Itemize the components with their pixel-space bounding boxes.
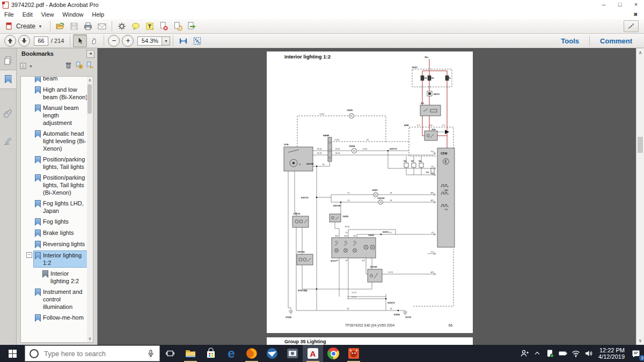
- taskbar-app-firefox[interactable]: [241, 345, 262, 362]
- bookmark-item[interactable]: −Interior lighting 1:2: [21, 250, 91, 268]
- new-bookmark-button[interactable]: [75, 61, 83, 71]
- task-view-button[interactable]: [160, 345, 180, 362]
- menu-view[interactable]: View: [37, 11, 58, 18]
- taskbar-app-acrobat[interactable]: A: [303, 345, 323, 362]
- bookmark-label: Fog lights LHD, Japan: [43, 200, 89, 215]
- scroll-up-icon[interactable]: ∧: [87, 78, 93, 83]
- toolbar-expand-button[interactable]: [624, 20, 639, 32]
- tools-button[interactable]: Tools: [553, 37, 587, 45]
- menu-file[interactable]: File: [0, 11, 18, 18]
- zoom-dropdown-button[interactable]: ▼: [162, 36, 170, 46]
- wifi-icon[interactable]: [569, 345, 582, 362]
- battery-icon[interactable]: [557, 345, 569, 362]
- print-button[interactable]: [81, 20, 95, 33]
- start-button[interactable]: [0, 345, 25, 362]
- bookmark-item[interactable]: High and low beam (Bi-Xenon): [21, 84, 91, 102]
- hand-tool-button[interactable]: [87, 34, 101, 47]
- bookmark-item[interactable]: Interior lighting 2:2: [21, 268, 91, 286]
- collapse-toggle-icon[interactable]: −: [26, 252, 32, 258]
- taskbar-clock[interactable]: 12:22 PM 4/12/2019: [595, 347, 628, 360]
- delete-bookmark-button[interactable]: [64, 61, 72, 71]
- diagram-label: OG: [389, 232, 391, 234]
- bookmark-item[interactable]: Position/parking lights, Tail lights (Bi…: [21, 172, 91, 198]
- save-button[interactable]: [67, 20, 81, 33]
- diagram-label: D:3: [431, 232, 434, 234]
- taskbar-app-chrome[interactable]: [323, 345, 343, 362]
- bookmarks-scrollbar[interactable]: ∧ ∨: [87, 76, 93, 343]
- full-screen-button[interactable]: [190, 34, 204, 47]
- bookmark-item[interactable]: Fog lights: [21, 216, 91, 227]
- bookmark-options-button[interactable]: ▼: [20, 62, 33, 70]
- create-button[interactable]: Create ▼: [2, 20, 47, 32]
- bookmark-item[interactable]: Follow-me-hom: [21, 312, 91, 323]
- attachments-tab[interactable]: [0, 104, 16, 122]
- taskbar-app-edge[interactable]: e: [221, 345, 241, 362]
- maximize-button[interactable]: □: [612, 0, 628, 10]
- hand-icon: [90, 36, 98, 45]
- security-icon[interactable]: [544, 345, 557, 362]
- tray-expand-chevron-icon[interactable]: [531, 345, 544, 362]
- toolbar-close-icon[interactable]: ✖: [629, 12, 642, 17]
- scroll-down-icon[interactable]: ∨: [87, 336, 93, 341]
- menu-edit[interactable]: Edit: [18, 11, 37, 18]
- comment-button[interactable]: [129, 20, 143, 33]
- page-thumbnails-tab[interactable]: [0, 51, 16, 70]
- scrollbar-thumb[interactable]: [87, 84, 92, 114]
- taskbar-app-capture[interactable]: [282, 345, 303, 362]
- bookmark-item[interactable]: Instrument and control illumination: [21, 286, 91, 312]
- menu-window[interactable]: Window: [58, 11, 87, 18]
- scrolling-mode-button[interactable]: [176, 34, 190, 47]
- action-center-button[interactable]: 3: [628, 345, 644, 362]
- bookmark-item[interactable]: Position/parking lights, Tail lights: [21, 154, 91, 172]
- taskbar-search[interactable]: [25, 345, 160, 361]
- select-tool-button[interactable]: [73, 34, 87, 47]
- page-number-input[interactable]: [34, 36, 48, 46]
- taskbar-app-file-explorer[interactable]: [180, 345, 201, 362]
- bookmark-goto-button[interactable]: [85, 61, 94, 71]
- zoom-in-button[interactable]: +: [122, 35, 134, 47]
- delete-pages-button[interactable]: [157, 20, 171, 33]
- search-input[interactable]: [43, 349, 142, 358]
- bookmark-label: Interior lighting 1:2: [43, 252, 89, 267]
- close-button[interactable]: ×: [628, 0, 644, 10]
- zoom-out-button[interactable]: −: [108, 35, 120, 47]
- open-button[interactable]: [53, 20, 67, 33]
- zoom-level-field[interactable]: 54.3%: [137, 36, 162, 46]
- diagram-label: 2/99: [431, 129, 435, 131]
- highlight-button[interactable]: [143, 20, 157, 33]
- next-page-button[interactable]: [18, 35, 30, 47]
- settings-button[interactable]: [115, 20, 129, 33]
- bookmark-item[interactable]: Reversing lights: [21, 239, 91, 250]
- diagram-label: A:11: [362, 260, 365, 262]
- bookmarks-tab[interactable]: [0, 70, 16, 89]
- scroll-up-icon[interactable]: ∧: [636, 50, 644, 55]
- taskbar-app-thunderbird[interactable]: [262, 345, 282, 362]
- signatures-tab[interactable]: [0, 132, 16, 150]
- comment-panel-button[interactable]: Comment: [592, 37, 640, 45]
- export-button[interactable]: [185, 20, 199, 33]
- document-area[interactable]: Interior lighting 1:2: [98, 48, 636, 345]
- bookmark-item[interactable]: Manual beam length adjustment: [21, 102, 91, 128]
- microphone-icon[interactable]: [147, 349, 155, 358]
- minimize-button[interactable]: –: [596, 0, 612, 10]
- irfanview-icon: [347, 347, 360, 360]
- taskbar-app-irfanview[interactable]: [343, 345, 364, 362]
- bookmark-item[interactable]: Brake lights: [21, 227, 91, 239]
- bookmark-item[interactable]: Automatic head light leveling (Bi-Xenon): [21, 128, 91, 154]
- taskbar-app-store[interactable]: [201, 345, 221, 362]
- diagram-label: 63/214(I): [298, 289, 308, 292]
- extract-pages-button[interactable]: [171, 20, 185, 33]
- trash-icon: [64, 61, 72, 69]
- email-button[interactable]: [95, 20, 109, 33]
- email-icon: [97, 21, 107, 31]
- scrollbar-thumb[interactable]: [638, 137, 643, 153]
- people-icon[interactable]: [518, 345, 531, 362]
- menu-help[interactable]: Help: [87, 11, 108, 18]
- speaker-icon[interactable]: [582, 345, 595, 362]
- bookmark-item[interactable]: Fog lights LHD, Japan: [21, 198, 91, 216]
- document-scrollbar[interactable]: ∧ ∨: [636, 48, 644, 345]
- scroll-down-icon[interactable]: ∨: [636, 338, 644, 343]
- previous-page-button[interactable]: [4, 35, 16, 47]
- bookmark-item[interactable]: beam: [21, 76, 91, 84]
- panel-collapse-button[interactable]: ◂: [86, 50, 94, 58]
